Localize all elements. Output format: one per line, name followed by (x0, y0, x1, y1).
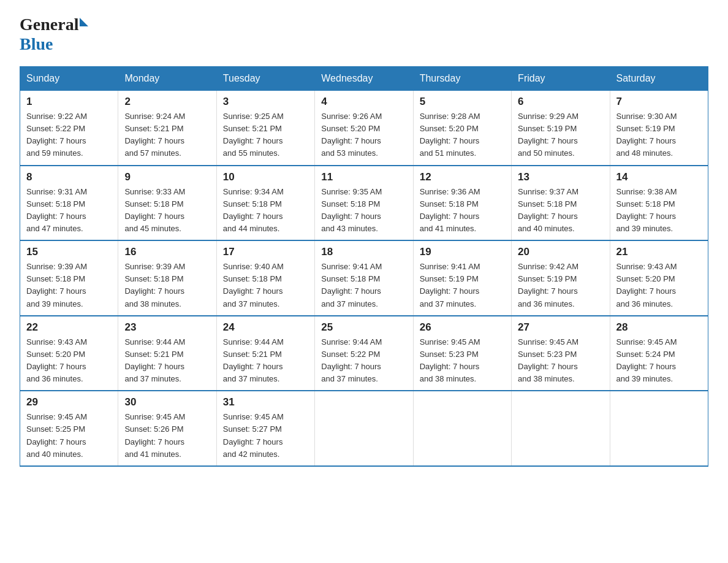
weekday-header-sunday: Sunday (20, 67, 118, 91)
day-number: 3 (223, 96, 308, 108)
page-header: General Blue (20, 15, 708, 54)
day-info: Sunrise: 9:44 AMSunset: 5:22 PMDaylight:… (321, 336, 406, 386)
day-info: Sunrise: 9:45 AMSunset: 5:23 PMDaylight:… (420, 336, 505, 386)
calendar-cell: 1 Sunrise: 9:22 AMSunset: 5:22 PMDayligh… (20, 91, 118, 166)
day-number: 21 (616, 246, 702, 258)
weekday-header-row: SundayMondayTuesdayWednesdayThursdayFrid… (20, 67, 708, 91)
calendar-cell: 23 Sunrise: 9:44 AMSunset: 5:21 PMDaylig… (118, 316, 216, 391)
weekday-header-monday: Monday (118, 67, 216, 91)
day-number: 20 (518, 246, 603, 258)
day-number: 7 (616, 96, 702, 108)
calendar-cell: 20 Sunrise: 9:42 AMSunset: 5:19 PMDaylig… (512, 240, 610, 316)
calendar-cell: 12 Sunrise: 9:36 AMSunset: 5:18 PMDaylig… (413, 166, 511, 241)
day-info: Sunrise: 9:45 AMSunset: 5:26 PMDaylight:… (124, 411, 210, 461)
day-info: Sunrise: 9:33 AMSunset: 5:18 PMDaylight:… (124, 186, 210, 236)
day-number: 4 (321, 96, 406, 108)
weekday-header-tuesday: Tuesday (216, 67, 314, 91)
day-number: 6 (518, 96, 603, 108)
day-info: Sunrise: 9:34 AMSunset: 5:18 PMDaylight:… (223, 186, 308, 236)
calendar-cell: 8 Sunrise: 9:31 AMSunset: 5:18 PMDayligh… (20, 166, 118, 241)
calendar-week-row: 15 Sunrise: 9:39 AMSunset: 5:18 PMDaylig… (20, 240, 708, 316)
calendar-cell: 24 Sunrise: 9:44 AMSunset: 5:21 PMDaylig… (216, 316, 314, 391)
day-info: Sunrise: 9:45 AMSunset: 5:25 PMDaylight:… (26, 411, 112, 461)
day-info: Sunrise: 9:43 AMSunset: 5:20 PMDaylight:… (26, 336, 112, 386)
day-number: 10 (223, 171, 308, 183)
weekday-header-wednesday: Wednesday (315, 67, 413, 91)
calendar-cell (413, 391, 511, 466)
day-number: 13 (518, 171, 603, 183)
calendar-cell: 13 Sunrise: 9:37 AMSunset: 5:18 PMDaylig… (512, 166, 610, 241)
day-info: Sunrise: 9:37 AMSunset: 5:18 PMDaylight:… (518, 186, 603, 236)
calendar-cell (610, 391, 708, 466)
logo-general-text: General (20, 15, 78, 34)
day-number: 1 (26, 96, 112, 108)
day-number: 24 (223, 321, 308, 334)
day-number: 29 (26, 396, 112, 408)
calendar-cell: 30 Sunrise: 9:45 AMSunset: 5:26 PMDaylig… (118, 391, 216, 466)
day-number: 15 (26, 246, 112, 258)
calendar-week-row: 22 Sunrise: 9:43 AMSunset: 5:20 PMDaylig… (20, 316, 708, 391)
calendar-cell: 27 Sunrise: 9:45 AMSunset: 5:23 PMDaylig… (512, 316, 610, 391)
day-number: 12 (420, 171, 505, 183)
day-info: Sunrise: 9:30 AMSunset: 5:19 PMDaylight:… (616, 110, 702, 160)
day-number: 5 (420, 96, 505, 108)
calendar-cell: 18 Sunrise: 9:41 AMSunset: 5:18 PMDaylig… (315, 240, 413, 316)
calendar-cell: 3 Sunrise: 9:25 AMSunset: 5:21 PMDayligh… (216, 91, 314, 166)
day-info: Sunrise: 9:40 AMSunset: 5:18 PMDaylight:… (223, 261, 308, 310)
day-info: Sunrise: 9:36 AMSunset: 5:18 PMDaylight:… (420, 186, 505, 236)
day-info: Sunrise: 9:44 AMSunset: 5:21 PMDaylight:… (223, 336, 308, 386)
day-number: 2 (124, 96, 210, 108)
day-number: 28 (616, 321, 702, 334)
calendar-week-row: 29 Sunrise: 9:45 AMSunset: 5:25 PMDaylig… (20, 391, 708, 466)
calendar-cell: 4 Sunrise: 9:26 AMSunset: 5:20 PMDayligh… (315, 91, 413, 166)
day-info: Sunrise: 9:24 AMSunset: 5:21 PMDaylight:… (124, 110, 210, 160)
calendar-cell: 9 Sunrise: 9:33 AMSunset: 5:18 PMDayligh… (118, 166, 216, 241)
day-number: 19 (420, 246, 505, 258)
day-info: Sunrise: 9:41 AMSunset: 5:19 PMDaylight:… (420, 261, 505, 310)
day-number: 16 (124, 246, 210, 258)
calendar-cell: 19 Sunrise: 9:41 AMSunset: 5:19 PMDaylig… (413, 240, 511, 316)
calendar-cell: 15 Sunrise: 9:39 AMSunset: 5:18 PMDaylig… (20, 240, 118, 316)
day-info: Sunrise: 9:43 AMSunset: 5:20 PMDaylight:… (616, 261, 702, 310)
day-number: 31 (223, 396, 308, 408)
logo-triangle-icon (80, 18, 88, 26)
calendar-cell: 22 Sunrise: 9:43 AMSunset: 5:20 PMDaylig… (20, 316, 118, 391)
day-info: Sunrise: 9:45 AMSunset: 5:27 PMDaylight:… (223, 411, 308, 461)
calendar-cell: 29 Sunrise: 9:45 AMSunset: 5:25 PMDaylig… (20, 391, 118, 466)
day-info: Sunrise: 9:45 AMSunset: 5:23 PMDaylight:… (518, 336, 603, 386)
calendar-cell: 2 Sunrise: 9:24 AMSunset: 5:21 PMDayligh… (118, 91, 216, 166)
day-info: Sunrise: 9:28 AMSunset: 5:20 PMDaylight:… (420, 110, 505, 160)
calendar-cell: 7 Sunrise: 9:30 AMSunset: 5:19 PMDayligh… (610, 91, 708, 166)
day-number: 11 (321, 171, 406, 183)
day-number: 14 (616, 171, 702, 183)
day-number: 17 (223, 246, 308, 258)
day-number: 30 (124, 396, 210, 408)
day-info: Sunrise: 9:22 AMSunset: 5:22 PMDaylight:… (26, 110, 112, 160)
day-info: Sunrise: 9:35 AMSunset: 5:18 PMDaylight:… (321, 186, 406, 236)
calendar-cell: 28 Sunrise: 9:45 AMSunset: 5:24 PMDaylig… (610, 316, 708, 391)
day-info: Sunrise: 9:26 AMSunset: 5:20 PMDaylight:… (321, 110, 406, 160)
day-info: Sunrise: 9:31 AMSunset: 5:18 PMDaylight:… (26, 186, 112, 236)
logo-blue-text: Blue (20, 34, 53, 54)
day-number: 23 (124, 321, 210, 334)
day-number: 26 (420, 321, 505, 334)
day-info: Sunrise: 9:41 AMSunset: 5:18 PMDaylight:… (321, 261, 406, 310)
calendar-cell (315, 391, 413, 466)
logo: General Blue (20, 15, 88, 54)
calendar-cell: 26 Sunrise: 9:45 AMSunset: 5:23 PMDaylig… (413, 316, 511, 391)
calendar-cell: 31 Sunrise: 9:45 AMSunset: 5:27 PMDaylig… (216, 391, 314, 466)
calendar-cell: 10 Sunrise: 9:34 AMSunset: 5:18 PMDaylig… (216, 166, 314, 241)
weekday-header-thursday: Thursday (413, 67, 511, 91)
day-info: Sunrise: 9:29 AMSunset: 5:19 PMDaylight:… (518, 110, 603, 160)
calendar-cell: 6 Sunrise: 9:29 AMSunset: 5:19 PMDayligh… (512, 91, 610, 166)
calendar-cell: 11 Sunrise: 9:35 AMSunset: 5:18 PMDaylig… (315, 166, 413, 241)
calendar-table: SundayMondayTuesdayWednesdayThursdayFrid… (20, 66, 708, 467)
calendar-week-row: 8 Sunrise: 9:31 AMSunset: 5:18 PMDayligh… (20, 166, 708, 241)
calendar-cell: 17 Sunrise: 9:40 AMSunset: 5:18 PMDaylig… (216, 240, 314, 316)
day-number: 27 (518, 321, 603, 334)
day-info: Sunrise: 9:42 AMSunset: 5:19 PMDaylight:… (518, 261, 603, 310)
day-info: Sunrise: 9:38 AMSunset: 5:18 PMDaylight:… (616, 186, 702, 236)
calendar-cell: 16 Sunrise: 9:39 AMSunset: 5:18 PMDaylig… (118, 240, 216, 316)
weekday-header-friday: Friday (512, 67, 610, 91)
calendar-cell: 14 Sunrise: 9:38 AMSunset: 5:18 PMDaylig… (610, 166, 708, 241)
